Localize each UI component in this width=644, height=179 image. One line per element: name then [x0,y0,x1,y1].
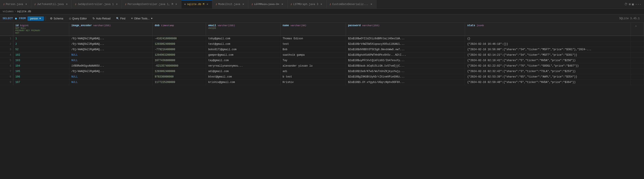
cell-id[interactable]: 107 [13,80,69,85]
add-column-button[interactable]: + [633,24,639,28]
cell-name[interactable]: alexander yixuan lu [280,63,346,69]
history-icon[interactable]: ⏱ [624,2,628,6]
cell-name[interactable]: saathvik gampa [280,52,346,58]
cell-image-encoder[interactable]: /9j/4AAQSkZJRgABAQ... [69,42,152,47]
cell-id[interactable]: 105 [13,69,69,74]
cell-name[interactable]: Thomas Edison [280,36,346,42]
cell-stats[interactable]: {"2024-02-16 02:18:41":{"shares":"5","ti… [465,58,631,63]
cell-name[interactable]: test [280,42,346,47]
tab-customdate[interactable]: J CustomDateDeserializ... × [326,0,376,9]
cell-password[interactable]: $2a$10$ghd45d6PWTHh0PkvOh5v...N2tI... [346,52,465,58]
cell-id[interactable]: 104 [13,63,69,69]
tab-close-modelinit[interactable]: × [242,2,245,6]
cell-dob[interactable]: 1203062400000 [152,69,206,74]
cell-email[interactable]: test@gmail.com [206,42,280,47]
cell-dob[interactable]: 1203062400000 [152,42,206,47]
tab-lstmmain[interactable]: J LSTMMain.java 9+ × [248,0,288,9]
cell-name[interactable]: adi [280,69,346,74]
cell-id[interactable]: 52 [13,47,69,52]
schema-button[interactable]: ⚙ Schema [48,16,66,21]
cell-stats[interactable]: {"2024-02-16 02:32:42":{"shares":"3","ti… [465,69,631,74]
cell-dob[interactable]: -779216400000 [152,47,206,52]
cell-stats[interactable]: {"2024-02-16 02:22:02":{"shares":"76","t… [465,63,631,69]
cell-stats[interactable]: {"2024-02-16 02:14:21":{"shares":"34","t… [465,52,631,58]
tab-jwt-token[interactable]: J JwtTokenUtil.java × [31,0,72,9]
cell-image-encoder[interactable]: NULL [69,58,152,63]
table-row[interactable]: 7105/9j/4AAQSkZJRgABAQ...1203062400000ad… [0,69,644,74]
query-editor-button[interactable]: ◇ Query Editor [66,16,89,21]
breadcrumb-volumes[interactable]: volumes [2,10,14,13]
tab-person-api[interactable]: J PersonApiController.java 1, M × [122,0,181,9]
table-row[interactable]: 8106NULL978336000000btest@gmail.comb tes… [0,74,644,80]
auto-reload-button[interactable]: ↻ Auto Reload [90,16,113,21]
cell-name[interactable]: b test [280,74,346,80]
cell-email[interactable]: toby@gmail.com [206,36,280,42]
tab-close-personapi[interactable]: × [174,2,178,6]
cell-dob[interactable]: -62135748000000 [152,63,206,69]
cell-id[interactable]: 106 [13,74,69,80]
table-row[interactable]: 22/9j/4AAQSkZJRgABAQ...1203062400000test… [0,42,644,47]
cell-dob[interactable]: 1204963200000 [152,52,206,58]
tab-lstmgraph[interactable]: J LSTMGraph.java 3 × [288,0,326,9]
tab-sqlite-db[interactable]: ≡ sqlite.db M × [181,0,212,9]
table-row[interactable]: 11/9j/4AAQSkZJRgABAQ...-4102416000000tob… [0,36,644,42]
table-row[interactable]: 352/9j/4AAQSkZJRgABAQ...-779216400000bob… [0,47,644,52]
cell-image-encoder[interactable]: NULL [69,52,152,58]
cell-email[interactable]: bobs8171@gmail.com [206,47,280,52]
more-tabs-icon[interactable]: ··· [635,2,642,6]
tab-close-lstmmain[interactable]: × [281,2,284,6]
cell-password[interactable]: $2a$10$rV4WZ5W5X1qeacyX05u1l0UAUl... [346,42,465,47]
cell-stats[interactable]: {} [465,36,631,42]
cell-id[interactable]: 103 [13,58,69,63]
cell-password[interactable]: $2a$10$dV0BDtOT5CSg0.OmxdoWwO.vw7... [346,47,465,52]
cell-image-encoder[interactable]: /9j/4AAQSkZJRgABAQ... [69,69,152,74]
tab-modelinit[interactable]: J ModelInit.java × [212,0,248,9]
cell-name[interactable]: Krishiv [280,80,346,85]
table-row[interactable]: 6104iVBORw0KGgoAAAANSU...-62135748000000… [0,63,644,69]
table-selector-button[interactable]: person ▼ [28,16,44,21]
cell-password[interactable]: $2a$10$S.UY.vYgybi/UGqrzNphvOOF9X... [346,80,465,85]
tab-close-jwttoken[interactable]: × [65,2,68,6]
cell-email[interactable]: gamper@gmail.com [206,52,280,58]
cell-image-encoder[interactable]: /9j/4AAQSkZJRgABAQ... [69,36,152,42]
columns-icon[interactable]: ⊞ [629,2,630,6]
cell-stats[interactable]: {"2024-02-16 16:56:00":{"shares":"34","t… [465,47,631,52]
cell-email[interactable]: adi@gmail.com [206,69,280,74]
tab-person-java[interactable]: J Person.java × [0,0,31,9]
cell-image-encoder[interactable]: NULL [69,74,152,80]
cell-dob[interactable]: 1177225200000 [152,80,206,85]
table-row[interactable]: 4102NULL1204963200000gamper@gmail.comsaa… [0,52,644,58]
cell-image-encoder[interactable]: /9j/4AAQSkZJRgABAQ... [69,47,152,52]
tab-close-customdate[interactable]: × [370,2,373,6]
cell-password[interactable]: $2a$10$uyPFtVvtQikFLb92/Ib47esuYy... [346,58,465,63]
find-button[interactable]: 🔍 Find [114,16,128,21]
table-container[interactable]: id bigint NOT NULL PRIMARY KEY PRIMARY K… [0,23,644,179]
cell-id[interactable]: 102 [13,52,69,58]
cell-email[interactable]: tay@gmail.com [206,58,280,63]
layout-icon[interactable]: ▣ [632,2,634,6]
breadcrumb-sqlite[interactable]: sqlite.db [17,10,31,13]
cell-dob[interactable]: -4102416000000 [152,36,206,42]
cell-email[interactable]: btest@gmail.com [206,74,280,80]
cell-id[interactable]: 2 [13,42,69,47]
cell-id[interactable]: 1 [13,36,69,42]
cell-stats[interactable]: {"2024-02-16 02:53:39":{"shares":"65","t… [465,74,631,80]
cell-image-encoder[interactable]: NULL [69,80,152,85]
tab-close-person[interactable]: × [24,2,28,6]
tab-close-sqlite[interactable]: × [206,2,209,6]
cell-image-encoder[interactable]: iVBORw0KGgoAAAANSU... [69,63,152,69]
table-row[interactable]: 5103NULL1077436800000tay@gmail.comTay$2a… [0,58,644,63]
cell-dob[interactable]: 978336000000 [152,74,206,80]
tab-close-lstmgraph[interactable]: × [320,2,323,6]
cell-email[interactable]: veryreallynanonymou... [206,63,280,69]
cell-password[interactable]: $2a$10$1Se8/KTwS/WuTnUnZKjkyuYwjy... [346,69,465,74]
cell-stats[interactable]: {"2024-02-16 02:59:48":{"shares":"6","ti… [465,80,631,85]
add-column-header[interactable]: + [631,23,644,36]
cell-password[interactable]: $2a$10$gI9KUBtUyhD/rZXinmVPieG96z... [346,74,465,80]
tab-close-jwtapi[interactable]: × [115,2,118,6]
cell-password[interactable]: $2a$10$wOYIIdZXiz8dBRVJaL14OeoIdA... [346,36,465,42]
table-row[interactable]: 9107NULL1177225200000krishiv@gmail.comKr… [0,80,644,85]
cell-password[interactable]: $2a$10$Uaub.bCq6i5LLGA.1vS7veEjjC... [346,63,465,69]
cell-name[interactable]: Tay [280,58,346,63]
tab-jwt-api[interactable]: J JwtApiController.java 1 × [72,0,122,9]
